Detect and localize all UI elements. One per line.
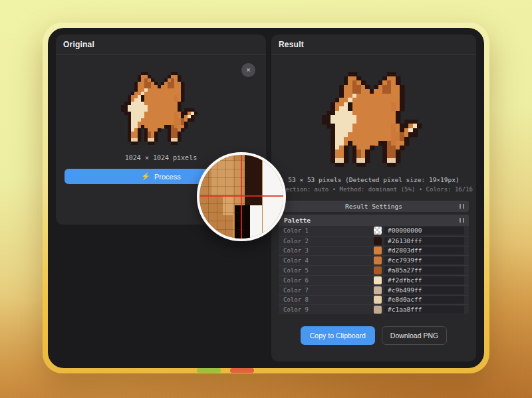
color-hex-field[interactable]: #26130fff (384, 237, 464, 245)
frame-accent-orange (230, 368, 254, 373)
result-settings-bar[interactable]: Result Settings (279, 201, 469, 212)
palette-row-label: Color 1 (283, 227, 374, 234)
color-swatch[interactable] (374, 227, 382, 235)
close-button[interactable]: × (241, 63, 255, 77)
palette-section: Palette Color 1#00000000Color 2#26130fff… (279, 215, 469, 314)
color-swatch[interactable] (374, 276, 382, 284)
palette-row-label: Color 7 (283, 287, 374, 294)
original-panel-title: Original (63, 40, 94, 49)
palette-row: Color 6#f2dfbcff (279, 275, 469, 285)
palette-row: Color 1#00000000 (279, 226, 469, 236)
color-swatch[interactable] (374, 237, 382, 245)
result-meta-label: Detection: auto • Method: dominant (5%) … (275, 186, 473, 193)
color-swatch[interactable] (374, 266, 382, 274)
close-icon: × (246, 66, 250, 74)
palette-row: Color 8#e8d0acff (279, 295, 469, 305)
palette-row: Color 7#c9b499ff (279, 285, 469, 295)
palette-row: Color 5#a85a27ff (279, 265, 469, 275)
palette-row-label: Color 6 (283, 277, 374, 284)
loupe-pixel-block (245, 155, 262, 205)
original-image (121, 72, 201, 145)
palette-row-label: Color 2 (283, 238, 374, 245)
color-swatch[interactable] (374, 286, 382, 294)
color-hex-field[interactable]: #00000000 (384, 227, 464, 235)
collapse-icon (460, 218, 464, 223)
color-hex-field[interactable]: #d2803dff (384, 247, 464, 254)
crosshair-vertical-line (241, 155, 242, 239)
result-panel: Result 53 × 53 pixels (Detected pixel si… (271, 35, 476, 361)
magnifier-loupe (197, 152, 286, 241)
lightning-icon: ⚡ (141, 172, 150, 181)
palette-row-label: Color 8 (283, 296, 374, 303)
result-panel-title: Result (279, 40, 304, 49)
palette-row-label: Color 9 (283, 306, 374, 313)
palette-row-label: Color 4 (283, 257, 374, 264)
color-hex-field[interactable]: #e8d0acff (384, 296, 464, 304)
color-swatch[interactable] (374, 256, 382, 264)
palette-row: Color 2#26130fff (279, 236, 469, 246)
result-panel-body: 53 × 53 pixels (Detected pixel size: 19×… (271, 54, 476, 361)
palette-row: Color 4#cc7939ff (279, 255, 469, 265)
loupe-pixel-block (250, 205, 263, 239)
palette-row-label: Color 3 (283, 247, 374, 254)
result-image (322, 72, 426, 167)
palette-header-label: Palette (284, 217, 311, 224)
color-hex-field[interactable]: #a85a27ff (384, 266, 464, 274)
palette-row: Color 9#c1aa8fff (279, 304, 469, 314)
original-panel-header: Original (56, 35, 266, 54)
actions-row: Copy to Clipboard Download PNG (301, 326, 447, 345)
original-size-label: 1024 × 1024 pixels (125, 154, 197, 161)
page-background: Original × 1024 × 1024 pixels ⚡ Process (0, 0, 532, 398)
collapse-icon (460, 204, 464, 209)
color-hex-field[interactable]: #c1aa8fff (384, 306, 464, 314)
color-swatch[interactable] (374, 247, 382, 254)
palette-row: Color 3#d2803dff (279, 246, 469, 256)
palette-row-label: Color 5 (283, 267, 374, 274)
process-button-label: Process (154, 173, 181, 181)
color-hex-field[interactable]: #c9b499ff (384, 286, 464, 294)
color-hex-field[interactable]: #cc7939ff (384, 256, 464, 264)
result-size-label: 53 × 53 pixels (Detected pixel size: 19×… (288, 176, 459, 183)
palette-header[interactable]: Palette (279, 215, 469, 226)
color-swatch[interactable] (374, 296, 382, 304)
color-hex-field[interactable]: #f2dfbcff (384, 276, 464, 284)
palette-rows: Color 1#00000000Color 2#26130fffColor 3#… (279, 226, 469, 314)
color-swatch[interactable] (374, 306, 382, 314)
result-settings-label: Result Settings (345, 203, 402, 210)
copy-to-clipboard-button[interactable]: Copy to Clipboard (301, 326, 375, 345)
download-png-button[interactable]: Download PNG (382, 326, 447, 345)
frame-accent-green (197, 368, 221, 373)
result-panel-header: Result (271, 35, 476, 54)
